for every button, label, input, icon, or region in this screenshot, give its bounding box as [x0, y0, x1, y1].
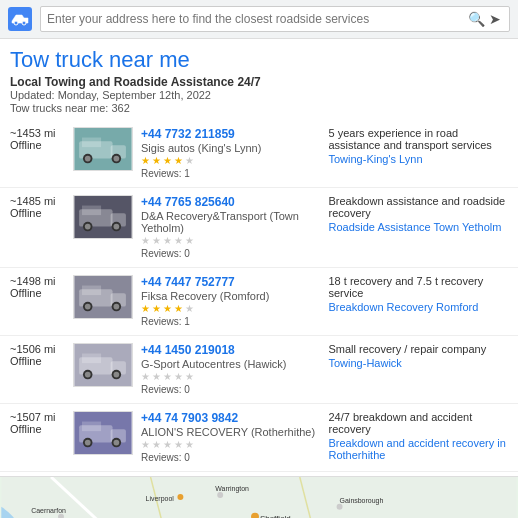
star-row: ★★★★★	[141, 235, 321, 246]
listing-desc: Small recovery / repair company	[329, 343, 509, 355]
listing-status: Offline	[10, 423, 65, 435]
page-count: Tow trucks near me: 362	[10, 102, 508, 114]
listing-distance-status: ~1506 mi Offline	[10, 343, 65, 367]
listing-item: ~1507 mi Offline +44 74 7903 9842 ALION'…	[0, 404, 518, 472]
listing-phone[interactable]: +44 74 7903 9842	[141, 411, 238, 425]
listing-item: ~1506 mi Offline +44 1450 219018 G-Sport…	[0, 336, 518, 404]
listing-desc: 5 years experience in road assistance an…	[329, 127, 509, 151]
header: 🔍 ➤	[0, 0, 518, 39]
search-button[interactable]: 🔍	[466, 11, 487, 27]
svg-text:Caernarfon: Caernarfon	[31, 507, 66, 514]
page-title-area: Tow truck near me Local Towing and Roads…	[0, 39, 518, 116]
svg-text:Warrington: Warrington	[215, 485, 249, 493]
location-button[interactable]: ➤	[487, 11, 503, 27]
listing-image	[73, 127, 133, 171]
star-empty: ★	[163, 235, 172, 246]
star-row: ★★★★★	[141, 439, 321, 450]
listing-desc-area: 18 t recovery and 7.5 t recovery service…	[329, 275, 509, 313]
svg-point-51	[177, 494, 183, 500]
listing-distance: ~1507 mi	[10, 411, 65, 423]
star-empty: ★	[141, 439, 150, 450]
star-empty: ★	[185, 439, 194, 450]
listing-link[interactable]: Towing-King's Lynn	[329, 153, 423, 165]
star-empty: ★	[174, 235, 183, 246]
listing-phone[interactable]: +44 7732 211859	[141, 127, 235, 141]
listing-distance-status: ~1498 mi Offline	[10, 275, 65, 299]
listing-distance-status: ~1453 mi Offline	[10, 127, 65, 151]
listing-distance-status: ~1485 mi Offline	[10, 195, 65, 219]
listing-distance: ~1485 mi	[10, 195, 65, 207]
svg-point-25	[114, 304, 120, 310]
listing-reviews: Reviews: 0	[141, 384, 190, 395]
star-empty: ★	[185, 371, 194, 382]
listing-info: +44 7447 752777 Fiksa Recovery (Romford)…	[141, 275, 321, 328]
map-area[interactable]: Sheffield Liverpool Warrington Gainsboro…	[0, 476, 518, 518]
svg-rect-42	[82, 422, 101, 432]
svg-rect-43	[1, 477, 516, 518]
star-empty: ★	[174, 439, 183, 450]
svg-point-9	[114, 156, 120, 162]
svg-point-7	[85, 156, 91, 162]
svg-point-55	[337, 504, 343, 510]
listing-phone[interactable]: +44 1450 219018	[141, 343, 235, 357]
listing-link[interactable]: Breakdown and accident recovery in Rothe…	[329, 437, 506, 461]
star-empty: ★	[174, 371, 183, 382]
listing-reviews: Reviews: 0	[141, 452, 190, 463]
star-filled: ★	[174, 303, 183, 314]
listing-image	[73, 195, 133, 239]
svg-point-1	[14, 21, 18, 25]
listing-reviews: Reviews: 1	[141, 316, 190, 327]
listings-container: ~1453 mi Offline +44 7732 211859 Sigis a…	[0, 116, 518, 476]
star-empty: ★	[152, 235, 161, 246]
listing-distance: ~1453 mi	[10, 127, 65, 139]
app-icon	[8, 7, 32, 31]
listing-link[interactable]: Breakdown Recovery Romford	[329, 301, 479, 313]
listing-phone[interactable]: +44 7447 752777	[141, 275, 235, 289]
star-filled: ★	[141, 155, 150, 166]
listing-phone[interactable]: +44 7765 825640	[141, 195, 235, 209]
svg-point-17	[114, 224, 120, 230]
star-empty: ★	[185, 303, 194, 314]
listing-info: +44 7732 211859 Sigis autos (King's Lynn…	[141, 127, 321, 180]
search-input[interactable]	[47, 12, 466, 26]
listing-stars: ★★★★★ Reviews: 1	[141, 155, 321, 180]
listing-status: Offline	[10, 207, 65, 219]
star-filled: ★	[141, 303, 150, 314]
page-updated: Updated: Monday, September 12th, 2022	[10, 89, 508, 101]
star-empty: ★	[141, 371, 150, 382]
star-row: ★★★★★	[141, 303, 321, 314]
listing-info: +44 74 7903 9842 ALION'S RECOVERY (Rothe…	[141, 411, 321, 464]
listing-image	[73, 411, 133, 455]
svg-text:Liverpool: Liverpool	[146, 495, 175, 503]
page-title: Tow truck near me	[10, 47, 508, 73]
svg-point-2	[22, 21, 26, 25]
star-row: ★★★★★	[141, 155, 321, 166]
listing-company: Sigis autos (King's Lynn)	[141, 142, 321, 154]
listing-desc: 24/7 breakdown and accident recovery	[329, 411, 509, 435]
listing-item: ~1453 mi Offline +44 7732 211859 Sigis a…	[0, 120, 518, 188]
svg-point-53	[217, 492, 223, 498]
star-empty: ★	[152, 439, 161, 450]
star-empty: ★	[185, 235, 194, 246]
search-bar[interactable]: 🔍 ➤	[40, 6, 510, 32]
svg-rect-18	[82, 206, 101, 216]
listing-desc-area: Small recovery / repair company Towing-H…	[329, 343, 509, 369]
listing-distance: ~1506 mi	[10, 343, 65, 355]
svg-point-15	[85, 224, 91, 230]
listing-desc: Breakdown assistance and roadside recove…	[329, 195, 509, 219]
listing-info: +44 1450 219018 G-Sport Autocentres (Haw…	[141, 343, 321, 396]
svg-text:Gainsborough: Gainsborough	[340, 497, 384, 505]
listing-company: ALION'S RECOVERY (Rotherhithe)	[141, 426, 321, 438]
star-empty: ★	[163, 371, 172, 382]
listing-company: Fiksa Recovery (Romford)	[141, 290, 321, 302]
star-filled: ★	[152, 155, 161, 166]
listing-stars: ★★★★★ Reviews: 0	[141, 439, 321, 464]
svg-point-33	[114, 372, 120, 378]
star-row: ★★★★★	[141, 371, 321, 382]
listing-company: G-Sport Autocentres (Hawick)	[141, 358, 321, 370]
listing-link[interactable]: Towing-Hawick	[329, 357, 402, 369]
listing-desc-area: 5 years experience in road assistance an…	[329, 127, 509, 165]
listing-desc-area: Breakdown assistance and roadside recove…	[329, 195, 509, 233]
listing-distance-status: ~1507 mi Offline	[10, 411, 65, 435]
listing-link[interactable]: Roadside Assistance Town Yetholm	[329, 221, 502, 233]
